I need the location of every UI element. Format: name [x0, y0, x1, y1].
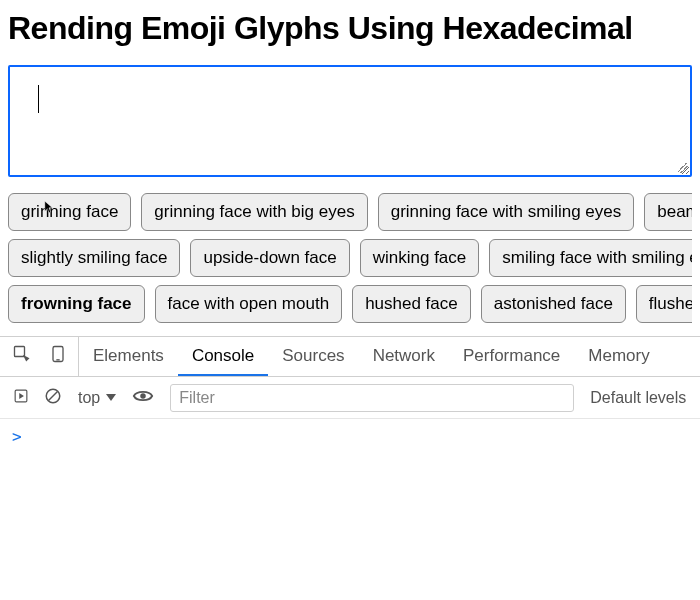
emoji-button-row: slightly smiling faceupside-down facewin…	[8, 239, 692, 277]
execute-icon[interactable]	[14, 389, 28, 407]
emoji-button[interactable]: hushed face	[352, 285, 471, 323]
emoji-button[interactable]: flushed face	[636, 285, 692, 323]
emoji-button-row: grinning facegrinning face with big eyes…	[8, 193, 692, 231]
page-title: Rending Emoji Glyphs Using Hexadecimal	[8, 10, 692, 47]
execution-context-label: top	[78, 389, 100, 407]
clear-console-icon[interactable]	[44, 387, 62, 409]
execution-context-dropdown[interactable]: top	[78, 389, 116, 407]
resize-handle-icon[interactable]	[678, 163, 688, 173]
console-body[interactable]: >	[0, 419, 700, 454]
emoji-button[interactable]: smiling face with smiling eyes	[489, 239, 692, 277]
emoji-button[interactable]: beaming face with smiling eyes	[644, 193, 692, 231]
emoji-button[interactable]: grinning face	[8, 193, 131, 231]
emoji-button[interactable]: upside-down face	[190, 239, 349, 277]
emoji-button[interactable]: frowning face	[8, 285, 145, 323]
tab-network[interactable]: Network	[359, 337, 449, 376]
device-toggle-icon[interactable]	[48, 344, 68, 369]
tab-console[interactable]: Console	[178, 337, 268, 376]
emoji-output-textarea[interactable]	[8, 65, 692, 177]
filter-placeholder: Filter	[179, 389, 215, 407]
log-levels-dropdown[interactable]: Default levels	[590, 389, 686, 407]
emoji-button[interactable]: astonished face	[481, 285, 626, 323]
emoji-button[interactable]: slightly smiling face	[8, 239, 180, 277]
emoji-button[interactable]: grinning face with smiling eyes	[378, 193, 635, 231]
tab-memory[interactable]: Memory	[574, 337, 663, 376]
inspect-element-icon[interactable]	[12, 344, 32, 369]
tab-elements[interactable]: Elements	[79, 337, 178, 376]
console-filter-input[interactable]: Filter	[170, 384, 574, 412]
devtools-panel: Elements Console Sources Network Perform…	[0, 336, 700, 454]
svg-line-5	[49, 391, 58, 400]
console-toolbar: top Filter Default levels	[0, 377, 700, 419]
emoji-button[interactable]: winking face	[360, 239, 480, 277]
tab-sources[interactable]: Sources	[268, 337, 358, 376]
tab-performance[interactable]: Performance	[449, 337, 574, 376]
emoji-button[interactable]: face with open mouth	[155, 285, 343, 323]
devtools-tabbar: Elements Console Sources Network Perform…	[0, 337, 700, 377]
emoji-button[interactable]: grinning face with big eyes	[141, 193, 367, 231]
emoji-button-row: frowning faceface with open mouthhushed …	[8, 285, 692, 323]
svg-point-6	[141, 393, 147, 399]
emoji-button-grid: grinning facegrinning face with big eyes…	[8, 193, 692, 323]
console-prompt-icon: >	[12, 427, 22, 446]
chevron-down-icon	[106, 394, 116, 401]
textarea-caret	[38, 85, 39, 113]
live-expression-icon[interactable]	[132, 385, 154, 411]
